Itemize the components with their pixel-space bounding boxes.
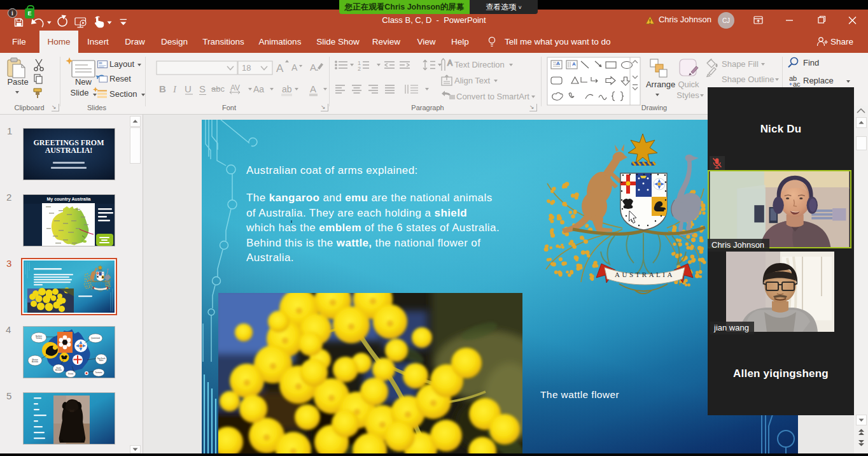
svg-text:Queensland: Queensland [91,337,101,339]
svg-text:Tasmania: Tasmania [95,371,102,374]
svg-text:AUSTRALIA!: AUSTRALIA! [45,146,93,155]
svg-text:Victoria: Victoria [68,373,74,375]
svg-text:A: A [556,61,560,66]
svg-text:S: S [199,83,206,94]
svg-text:I: I [172,84,177,94]
svg-text:AUSTRALIA: AUSTRALIA [615,271,675,278]
svg-text:A: A [310,62,316,73]
svg-text:A: A [572,61,576,67]
svg-text:2: 2 [358,66,361,72]
svg-text:Australia: Australia [55,369,62,371]
svg-text:My country Australia: My country Australia [47,197,91,202]
svg-text:A: A [291,62,298,73]
svg-text:Territory: Territory [36,337,42,339]
svg-text:CJ: CJ [722,17,730,24]
svg-text:A: A [276,62,284,75]
svg-text:Aa: Aa [253,84,264,94]
svg-text:18: 18 [242,63,251,73]
svg-text:A: A [310,83,316,94]
svg-text:U: U [185,83,192,94]
svg-text:Wales: Wales [99,359,104,362]
svg-text:Australia: Australia [32,360,39,363]
svg-text:ab: ab [282,84,292,94]
svg-text:B: B [159,83,166,94]
svg-text:A: A [447,59,452,68]
